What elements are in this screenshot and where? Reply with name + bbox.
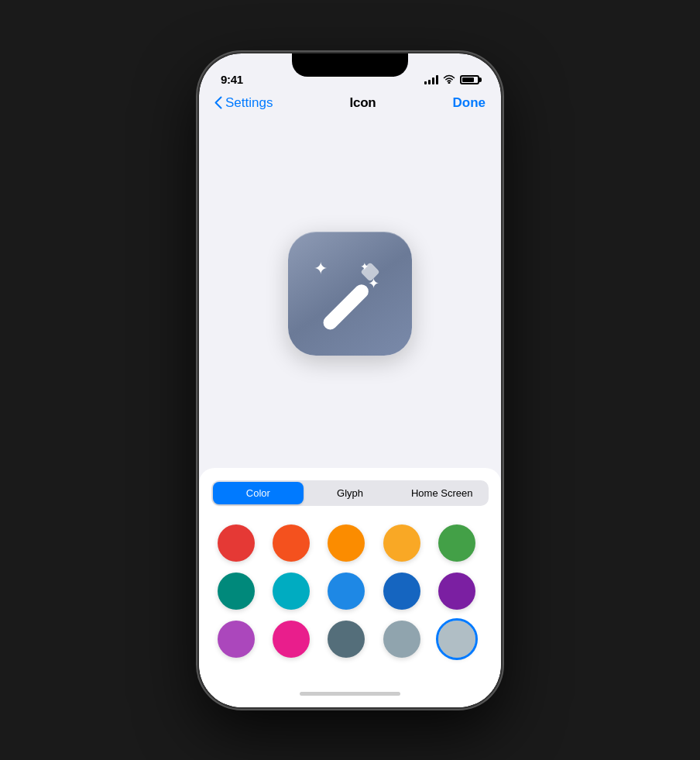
color-swatch-teal[interactable] (218, 573, 255, 610)
tab-glyph[interactable]: Glyph (305, 482, 396, 504)
color-swatch-medium-gray[interactable] (383, 621, 420, 658)
color-swatch-hot-pink[interactable] (273, 621, 310, 658)
done-button[interactable]: Done (453, 95, 486, 111)
content-area: ✦ ✦ ✦ Color Glyph Home Screen (199, 120, 501, 707)
color-grid (199, 518, 501, 681)
segment-control: Color Glyph Home Screen (211, 480, 489, 506)
color-swatch-orange[interactable] (328, 524, 365, 562)
back-button[interactable]: Settings (214, 95, 273, 111)
phone-frame: 9:41 (199, 53, 501, 707)
battery-icon (460, 75, 479, 84)
bottom-panel: Color Glyph Home Screen (199, 468, 501, 707)
home-bar (300, 692, 400, 696)
color-swatch-orange-red[interactable] (273, 524, 310, 562)
color-swatch-blue[interactable] (328, 573, 365, 610)
home-indicator (199, 681, 501, 707)
signal-icon (424, 75, 438, 84)
status-time: 9:41 (221, 73, 243, 86)
wand-sparkle-icon: ✦ ✦ ✦ (307, 251, 393, 336)
nav-title: Icon (349, 95, 376, 111)
phone-screen: 9:41 (199, 53, 501, 707)
svg-text:✦: ✦ (314, 259, 328, 278)
color-swatch-red[interactable] (218, 524, 255, 562)
back-label: Settings (225, 95, 273, 111)
tab-home-screen[interactable]: Home Screen (396, 482, 487, 504)
color-swatch-yellow[interactable] (383, 524, 420, 562)
notch (292, 53, 408, 77)
status-icons (424, 74, 479, 86)
chevron-left-icon (214, 96, 222, 109)
color-swatch-purple[interactable] (438, 573, 475, 610)
color-swatch-dark-gray[interactable] (328, 621, 365, 658)
app-icon-preview: ✦ ✦ ✦ (288, 232, 412, 356)
color-swatch-green[interactable] (438, 524, 475, 562)
svg-rect-3 (321, 281, 372, 332)
color-swatch-cyan[interactable] (273, 573, 310, 610)
color-swatch-pink-purple[interactable] (218, 621, 255, 658)
color-swatch-light-blue-gray[interactable] (438, 621, 475, 658)
color-swatch-dark-blue[interactable] (383, 573, 420, 610)
nav-bar: Settings Icon Done (199, 92, 501, 120)
wifi-icon (443, 74, 455, 86)
icon-preview-area: ✦ ✦ ✦ (199, 120, 501, 468)
tab-color[interactable]: Color (213, 482, 304, 504)
